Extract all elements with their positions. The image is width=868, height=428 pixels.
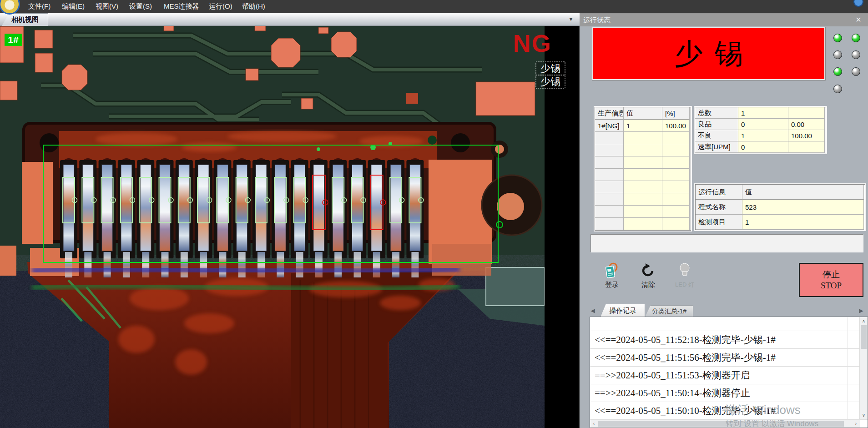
log-entry[interactable]: <<==2024-05-05_11:51:56-检测完毕-少锡-1# xyxy=(590,349,868,367)
stop-button[interactable]: 停止 STOP xyxy=(799,263,863,297)
vertical-scrollbar[interactable]: ∧ ∨ xyxy=(859,317,868,419)
table-cell: 0.00 xyxy=(788,119,825,130)
table-cell xyxy=(788,107,825,119)
table-cell xyxy=(624,218,662,230)
status-led xyxy=(833,85,842,93)
table-cell: 生产信息 xyxy=(595,107,624,120)
table-cell xyxy=(624,181,662,193)
clear-button[interactable]: 清除 xyxy=(632,262,665,292)
table-cell xyxy=(595,156,624,169)
tab-operation-log-label: 操作记录 xyxy=(609,307,636,315)
production-table: 生产信息值[%]1#[NG]1100.00 xyxy=(595,107,691,231)
table-cell: 100.00 xyxy=(662,120,690,132)
status-led xyxy=(852,34,860,42)
status-led xyxy=(833,50,842,59)
tab-scroll-left-icon[interactable]: ◀ xyxy=(590,307,596,314)
result-text: NG xyxy=(513,30,552,57)
table-cell: 不良 xyxy=(695,130,738,141)
windows-activation-watermark: 激活 Windows xyxy=(726,402,801,418)
table-cell xyxy=(624,156,662,169)
table-cell: 速率[UPM] xyxy=(695,141,738,153)
status-led xyxy=(833,67,842,76)
table-cell xyxy=(662,193,690,206)
table-cell: [%] xyxy=(662,107,690,120)
table-cell xyxy=(662,169,690,181)
app-window: 文件(F)编辑(E)视图(V)设置(S)MES连接器运行(O)帮助(H) 相机视… xyxy=(0,0,868,428)
defect-label-1: 少锡 xyxy=(540,63,560,74)
log-column-divider xyxy=(848,317,848,419)
table-cell: 值 xyxy=(742,185,864,200)
menu-item-2[interactable]: 视图(V) xyxy=(94,0,120,13)
table-cell: 总数 xyxy=(695,107,738,119)
table-cell xyxy=(595,169,624,181)
table-cell xyxy=(595,206,624,218)
table-cell xyxy=(624,144,662,156)
clear-refresh-icon xyxy=(640,262,656,279)
tab-scroll-right-icon[interactable]: ▶ xyxy=(858,307,864,314)
log-entry[interactable]: ==>>2024-05-05_11:51:53-检测器开启 xyxy=(590,367,868,384)
tab-camera-view[interactable]: 相机视图 xyxy=(2,13,48,26)
table-cell xyxy=(624,169,662,181)
table-cell xyxy=(662,144,690,156)
menu-item-3[interactable]: 设置(S) xyxy=(127,0,154,13)
table-cell xyxy=(788,141,825,153)
led-light-button[interactable]: LED 灯 xyxy=(668,262,701,292)
defect-label-2: 少锡 xyxy=(540,76,560,87)
close-icon[interactable]: ✕ xyxy=(853,13,863,27)
menu-item-5[interactable]: 运行(O) xyxy=(207,0,234,13)
menu-item-6[interactable]: 帮助(H) xyxy=(240,0,267,13)
scroll-up-icon[interactable]: ∧ xyxy=(860,317,868,325)
table-cell xyxy=(595,181,624,193)
panel-title: 运行状态 ✕ xyxy=(580,13,868,26)
tab-camera-view-label: 相机视图 xyxy=(11,15,39,24)
scroll-right-icon[interactable]: › xyxy=(852,420,860,428)
scroll-down-icon[interactable]: ∨ xyxy=(860,411,868,419)
table-cell xyxy=(662,218,690,230)
table-cell xyxy=(624,132,662,144)
login-label: 登录 xyxy=(605,281,619,289)
clear-label: 清除 xyxy=(641,281,655,289)
defect-label-box: 少锡 少锡 xyxy=(536,62,565,88)
table-cell: 523 xyxy=(742,200,864,215)
scroll-left-icon[interactable]: ‹ xyxy=(590,420,598,428)
menu-item-1[interactable]: 编辑(E) xyxy=(60,0,86,13)
led-label: LED 灯 xyxy=(675,281,694,289)
camera-view[interactable]: 1# NG 少锡 少锡 xyxy=(0,25,579,428)
defect-banner: 少锡 xyxy=(592,27,825,80)
station-label: 1# xyxy=(8,35,19,45)
windows-activation-watermark-sub: 转到“设置”以激活 Windows xyxy=(726,418,818,428)
login-badge-icon xyxy=(604,262,620,279)
tab-classification-summary[interactable]: 分类汇总-1# xyxy=(645,305,693,317)
chevron-down-icon[interactable]: ▼ xyxy=(567,15,575,23)
table-cell: 1 xyxy=(738,130,788,141)
table-cell: 程式名称 xyxy=(696,200,742,215)
tray-icon[interactable] xyxy=(853,0,863,7)
table-cell xyxy=(595,218,624,230)
horizontal-scrollbar[interactable]: ‹ › xyxy=(590,419,860,428)
table-cell: 1 xyxy=(738,107,788,119)
app-logo-icon xyxy=(0,0,20,15)
stop-label-en: STOP xyxy=(821,280,842,291)
table-cell xyxy=(595,193,624,206)
table-cell: 1#[NG] xyxy=(595,120,624,132)
table-cell: 100.00 xyxy=(788,130,825,141)
log-empty-row xyxy=(590,317,868,331)
login-button[interactable]: 登录 xyxy=(595,262,628,292)
tab-operation-log[interactable]: 操作记录 xyxy=(601,304,645,317)
led-bulb-icon xyxy=(676,262,693,279)
log-entry[interactable]: ==>>2024-05-05_11:50:14-检测器停止 xyxy=(590,384,868,402)
table-cell: 运行信息 xyxy=(696,185,742,200)
table-cell: 检测项目 xyxy=(696,215,742,230)
menu-item-4[interactable]: MES连接器 xyxy=(162,0,201,13)
pcb-photo xyxy=(0,25,579,428)
stop-label-cn: 停止 xyxy=(823,269,840,280)
table-cell: 0 xyxy=(738,141,788,153)
vertical-scroll-thumb[interactable] xyxy=(861,325,867,349)
menu-item-0[interactable]: 文件(F) xyxy=(26,0,52,13)
table-cell xyxy=(662,132,690,144)
table-cell: 1 xyxy=(742,215,864,230)
camera-tab-bar: 相机视图 ▼ xyxy=(0,13,580,26)
table-cell: 1 xyxy=(624,120,662,132)
log-entry[interactable]: <<==2024-05-05_11:52:18-检测完毕-少锡-1# xyxy=(590,331,868,349)
panel-title-label: 运行状态 xyxy=(583,16,611,24)
